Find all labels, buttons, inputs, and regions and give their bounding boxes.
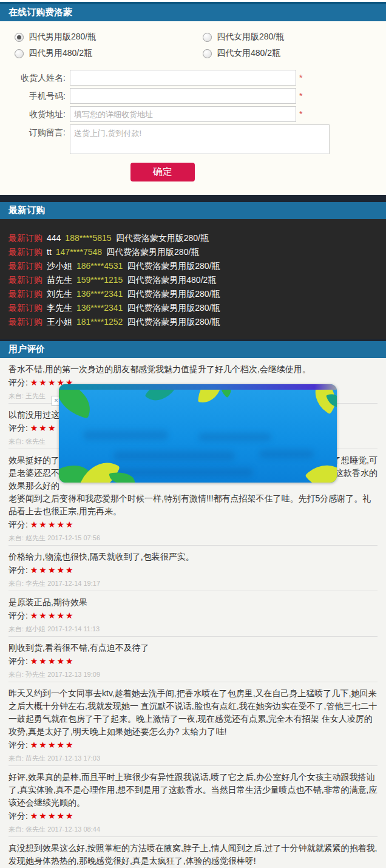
- star-rating: ★★★★★: [30, 520, 75, 529]
- review-item: 是原装正品,期待效果评分: ★★★★★来自: 赵小姐 2017-12-14 11…: [8, 591, 378, 637]
- blurred-content: [83, 430, 168, 440]
- order-row: 最新订购李先生136****2341四代费洛蒙男用版280/瓶: [0, 301, 386, 315]
- order-product: 四代费洛蒙男用版280/瓶: [127, 261, 220, 271]
- order-tag: 最新订购: [8, 317, 42, 327]
- review-text: 是原装正品,期待效果: [8, 596, 378, 609]
- required-asterisk: *: [299, 88, 302, 104]
- confirm-button[interactable]: 确定: [130, 163, 195, 181]
- order-section-title: 在线订购费洛蒙: [8, 7, 72, 17]
- promo-overlay[interactable]: [59, 384, 337, 483]
- order-row: 最新订购tt147****7548四代费洛蒙男用版280/瓶: [0, 245, 386, 259]
- required-asterisk: *: [299, 106, 302, 122]
- order-tag: 最新订购: [8, 247, 42, 257]
- form-row: 手机号码:*: [0, 88, 386, 104]
- review-from: 来自: 苗先生 2017-12-13 17:03: [8, 754, 378, 762]
- review-rating: 评分: ★★★★★: [8, 810, 378, 822]
- review-from: 来自: 赵小姐 2017-12-14 11:13: [8, 625, 378, 633]
- blurred-content: [259, 450, 314, 458]
- product-option-radio[interactable]: 四代男用480/2瓶: [15, 48, 203, 59]
- form-row: 订购留言:: [0, 124, 386, 154]
- rating-label: 评分:: [8, 740, 30, 750]
- product-option-label: 四代男用480/2瓶: [29, 48, 92, 59]
- order-phone: 186****4531: [76, 261, 123, 271]
- order-row: 最新订购444188****5815四代费洛蒙女用版280/瓶: [0, 231, 386, 245]
- product-option-radio[interactable]: 四代女用版280/瓶: [203, 32, 386, 42]
- review-rating: 评分: ★★★★★: [8, 518, 378, 531]
- rating-label: 评分:: [8, 520, 30, 529]
- rating-label: 评分:: [8, 611, 30, 620]
- product-option-label: 四代男用版280/瓶: [29, 32, 96, 42]
- order-form: 四代男用版280/瓶四代女用版280/瓶四代男用480/2瓶四代女用480/2瓶…: [0, 21, 386, 195]
- order-product: 四代费洛蒙男用版280/瓶: [127, 289, 220, 299]
- section-divider: [0, 195, 386, 202]
- order-section-header: 在线订购费洛蒙: [0, 2, 386, 21]
- review-rating: 评分: ★★★★★: [8, 655, 378, 668]
- product-option-label: 四代女用版280/瓶: [217, 32, 284, 42]
- recipient-name-label: 收货人姓名:: [0, 70, 66, 86]
- order-phone: 147****7548: [56, 247, 102, 257]
- review-from: 来自: 张先生 2017-12-13 08:44: [8, 825, 378, 833]
- order-name: tt: [47, 247, 52, 257]
- product-option-radio[interactable]: 四代男用版280/瓶: [15, 32, 203, 42]
- rating-label: 评分:: [8, 565, 30, 575]
- phone-number-input[interactable]: [70, 88, 296, 104]
- order-product: 四代费洛蒙男用版280/瓶: [127, 303, 220, 313]
- order-name: 李先生: [47, 303, 72, 313]
- star-rating: ★★★★★: [30, 811, 75, 821]
- order-phone: 136****2341: [76, 303, 123, 313]
- review-text: 好评,效果真的是棒,而且平时上班很少有异性跟我说话,喷了它之后,办公室好几个女孩…: [8, 771, 378, 809]
- review-rating: 评分: ★★★★★: [8, 609, 378, 622]
- review-from: 来自: 李先生 2017-12-14 19:17: [8, 579, 378, 588]
- order-name: 444: [47, 233, 61, 243]
- order-name: 沙小姐: [47, 261, 72, 271]
- order-tag: 最新订购: [8, 303, 42, 313]
- review-item: 刚收到货,看着很不错,有点迫不及待了评分: ★★★★★来自: 孙先生 2017-…: [8, 637, 378, 682]
- blurred-content: [198, 433, 271, 441]
- order-row: 最新订购苗先生159****1215四代费洛蒙男用480/2瓶: [0, 273, 386, 287]
- rating-label: 评分:: [8, 811, 30, 821]
- radio-icon: [203, 49, 212, 58]
- review-text: 老婆闻到之后变得和我恋爱那个时候一样,特别有激情!!!都有点招架不住了哇。先打5…: [8, 492, 378, 518]
- review-text-fragment: 以前没用过这: [8, 409, 59, 421]
- shipping-address-input[interactable]: [70, 106, 296, 122]
- order-name: 王小姐: [47, 317, 72, 327]
- order-phone: 136****2341: [76, 289, 123, 299]
- order-tag: 最新订购: [8, 275, 42, 285]
- product-option-label: 四代女用480/2瓶: [217, 48, 280, 59]
- star-rating: ★★★★★: [30, 611, 75, 620]
- order-message-textarea[interactable]: [70, 124, 330, 154]
- recipient-name-input[interactable]: [70, 70, 296, 86]
- review-text: 刚收到货,看着很不错,有点迫不及待了: [8, 642, 378, 654]
- star-rating: ★★★★★: [30, 565, 75, 575]
- order-message-label: 订购留言:: [0, 124, 66, 140]
- page: 在线订购费洛蒙 四代男用版280/瓶四代女用版280/瓶四代男用480/2瓶四代…: [0, 0, 386, 868]
- review-item: 昨天又约到一个女同事去ktv,趁着她去洗手间,把香水喷在了包房里,又在自己身上猛…: [8, 682, 378, 766]
- review-rating: 评分: ★★★★★: [8, 564, 378, 577]
- rating-label: 评分:: [8, 423, 30, 433]
- product-options: 四代男用版280/瓶四代女用版280/瓶四代男用480/2瓶四代女用480/2瓶: [0, 21, 386, 59]
- review-text-fragment: 了想睡觉,可: [333, 454, 378, 467]
- order-product: 四代费洛蒙男用版280/瓶: [106, 247, 199, 257]
- order-name: 刘先生: [47, 289, 72, 299]
- latest-orders-title: 最新订购: [8, 205, 45, 215]
- review-text: 真没想到效果这么好,按照掌柜的方法喷在腋窝,脖子上,情人闻到之后,过了十分钟就就…: [8, 842, 378, 867]
- blurred-content: [113, 451, 235, 461]
- order-product: 四代费洛蒙男用版280/瓶: [127, 317, 220, 327]
- rating-label: 评分:: [8, 656, 30, 666]
- star-rating: ★★★★★: [30, 656, 75, 666]
- order-name: 苗先生: [47, 275, 72, 285]
- review-text-fragment: 是老婆还忍不: [8, 467, 59, 480]
- review-text: 昨天又约到一个女同事去ktv,趁着她去洗手间,把香水喷在了包房里,又在自己身上猛…: [8, 687, 378, 738]
- radio-icon: [203, 33, 212, 42]
- review-from: 来自: 赵先生 2017-12-15 07:56: [8, 534, 378, 542]
- review-text: 价格给力,物流也很快,隔天就收到了,包装很严实。: [8, 551, 378, 563]
- review-item: 价格给力,物流也很快,隔天就收到了,包装很严实。评分: ★★★★★来自: 李先生…: [8, 546, 378, 591]
- form-row: 收货地址:*: [0, 106, 386, 122]
- latest-orders-header: 最新订购: [0, 202, 386, 219]
- order-product: 四代费洛蒙女用版280/瓶: [116, 233, 209, 243]
- review-item: 好评,效果真的是棒,而且平时上班很少有异性跟我说话,喷了它之后,办公室好几个女孩…: [8, 766, 378, 837]
- review-item: 真没想到效果这么好,按照掌柜的方法喷在腋窝,脖子上,情人闻到之后,过了十分钟就就…: [8, 837, 378, 868]
- review-text-fragment: 效果挺好的了: [8, 454, 59, 467]
- product-option-radio[interactable]: 四代女用480/2瓶: [203, 48, 386, 59]
- overlay-top-bar: [59, 384, 337, 390]
